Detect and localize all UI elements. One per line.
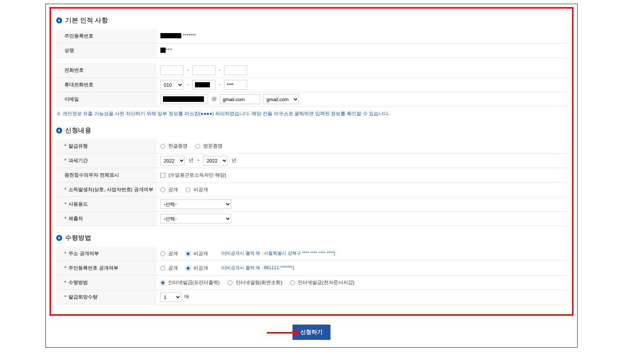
method-ewallet-label: 인터넷발급(전자문서지갑): [298, 280, 354, 285]
source-private-label: 비공개: [194, 187, 208, 192]
row-submitto: 제출처 -선택-: [56, 212, 567, 226]
row-source-disclosure: 소득발생처(상호, 사업자번호) 공개여부 공개 비공개: [56, 183, 567, 197]
row-tax-period: 과세기간 2022 년 ~ 2022 년: [56, 154, 567, 168]
row-rrn-disclosure: 주민등록번호 공개여부 공개 비공개 ※(비공개시 출력 예 : 881111-…: [56, 261, 567, 276]
phone-part2[interactable]: [192, 65, 215, 75]
phone-part3[interactable]: [224, 65, 247, 75]
tax-to-select[interactable]: 2022: [203, 156, 228, 165]
section-receipt-head: 수령방법: [56, 233, 567, 242]
rrn-help: ※(비공개시 출력 예 : 881111-*******): [221, 265, 294, 270]
row-email: 이메일 @ gmail.com: [56, 92, 567, 107]
row-mobile: 휴대전화번호 010 - - ••••: [56, 78, 567, 92]
radio-icon: [160, 144, 165, 149]
section-basic-title: 기본 인적 사항: [65, 16, 108, 25]
radio-addr-private[interactable]: 비공개: [186, 251, 209, 256]
qty-unit: 매: [184, 294, 189, 299]
email-mask-icon: [163, 96, 204, 102]
rrn-suffix: -*******: [181, 33, 196, 38]
withholding-checkbox[interactable]: (※일용근로소득자만 해당): [160, 172, 226, 178]
rrn-mask-icon: [160, 33, 181, 38]
rrn-disc-label: 주민등록번호 공개여부: [64, 265, 118, 271]
email-domain-select[interactable]: gmail.com: [263, 94, 299, 104]
svg-marker-1: [293, 329, 300, 336]
radio-rrn-public[interactable]: 공개: [160, 265, 179, 271]
year-unit-2: 년: [231, 157, 236, 163]
highlight-box: 기본 인적 사항 주민등록번호 -******* 성명 ***: [49, 7, 574, 316]
mobile-last: ••••: [227, 81, 233, 87]
radio-icon: [195, 144, 200, 149]
phone-sep2: -: [219, 67, 220, 73]
email-id-input[interactable]: [160, 94, 208, 104]
masking-note: ※ 개인정보 유출 가능성을 사전 차단하기 위해 일부 정보를 마스킹(●●●…: [56, 110, 567, 117]
radio-method-printer[interactable]: 인터넷발급(프린터출력): [160, 280, 221, 285]
mobile-last-input[interactable]: ••••: [224, 80, 247, 90]
row-issue-type: 발급유형 한글증명 영문증명: [56, 139, 567, 154]
radio-rrn-private[interactable]: 비공개: [186, 265, 209, 271]
content-table: 발급유형 한글증명 영문증명 과세기간 2022: [56, 139, 567, 226]
radio-icon: [160, 280, 165, 285]
arrow-icon: [267, 329, 300, 335]
row-method: 수령방법 인터넷발급(프린터출력) 인터넷열람(화면조회) 인터넷발급(전자문서…: [56, 276, 567, 290]
row-addr-disclosure: 주소 공개여부 공개 비공개 ※(비공개시 출력 예 : 서울특별시 강북구 *…: [56, 247, 567, 261]
row-rrn: 주민등록번호 -*******: [56, 29, 567, 44]
mobile-prefix-select[interactable]: 010: [160, 80, 183, 90]
section-content-head: 신청내용: [56, 126, 567, 135]
name-value[interactable]: ***: [157, 44, 567, 58]
addr-help: ※(비공개시 출력 예 : 서울특별시 강북구 **** **** **** *…: [221, 251, 335, 256]
radio-icon: [186, 266, 191, 271]
phone-label: 전화번호: [56, 63, 157, 78]
submitto-select[interactable]: -선택-: [160, 214, 231, 223]
radio-method-view[interactable]: 인터넷열람(화면조회): [228, 280, 284, 285]
row-phone: 전화번호 - -: [56, 63, 567, 78]
radio-english-cert[interactable]: 영문증명: [195, 143, 223, 149]
phone-part1[interactable]: [160, 65, 183, 75]
tax-period-label: 과세기간: [64, 158, 88, 163]
radio-icon: [186, 187, 191, 192]
email-domain-input[interactable]: [220, 94, 260, 104]
rrn-label: 주민등록번호: [56, 29, 157, 44]
rrn-value[interactable]: -*******: [157, 29, 567, 44]
mobile-mid-input[interactable]: [192, 80, 215, 90]
rrn-public-label: 공개: [168, 265, 178, 271]
method-label: 수령방법: [64, 280, 88, 285]
method-printer-label: 인터넷발급(프린터출력): [168, 280, 220, 285]
basic-info-table: 주민등록번호 -******* 성명 ***: [56, 29, 567, 58]
phone-sep1: -: [187, 67, 189, 73]
radio-source-public[interactable]: 공개: [160, 187, 179, 192]
qty-label: 발급희망수량: [64, 294, 98, 300]
row-withholding: 원천징수의무자 전체표시 (※일용근로소득자만 해당): [56, 168, 567, 183]
year-unit-1: 년: [189, 157, 194, 163]
addr-public-label: 공개: [168, 251, 178, 256]
section-bullet-icon: [56, 235, 62, 241]
row-purpose: 사용용도 -선택-: [56, 197, 567, 212]
purpose-label: 사용용도: [64, 201, 88, 207]
checkbox-icon: [160, 173, 165, 178]
radio-addr-public[interactable]: 공개: [160, 251, 179, 256]
tax-from-select[interactable]: 2022: [160, 156, 185, 165]
name-suffix: ***: [166, 47, 172, 53]
addr-private-label: 비공개: [194, 251, 208, 256]
radio-method-ewallet[interactable]: 인터넷발급(전자문서지갑): [290, 280, 354, 285]
mobile-sep2: -: [219, 81, 220, 87]
row-name: 성명 ***: [56, 44, 567, 58]
section-bullet-icon: [56, 128, 62, 133]
submit-area: 신청하기: [49, 325, 574, 340]
tilde: ~: [197, 157, 200, 163]
method-view-label: 인터넷열람(화면조회): [236, 280, 282, 285]
email-label: 이메일: [56, 92, 157, 107]
radio-icon: [160, 266, 165, 271]
source-label: 소득발생처(상호, 사업자번호) 공개여부: [64, 187, 153, 192]
outer-frame: 기본 인적 사항 주민등록번호 -******* 성명 ***: [45, 4, 578, 348]
email-at: @: [212, 96, 217, 102]
radio-source-private[interactable]: 비공개: [186, 187, 208, 192]
radio-icon: [160, 187, 165, 192]
receipt-table: 주소 공개여부 공개 비공개 ※(비공개시 출력 예 : 서울특별시 강북구 *…: [56, 247, 567, 305]
rrn-private-label: 비공개: [194, 265, 208, 271]
contact-table: 전화번호 - - 휴대전화번호 010 -: [56, 63, 567, 107]
radio-korean-cert[interactable]: 한글증명: [160, 143, 189, 149]
mobile-sep1: -: [187, 81, 189, 87]
withholding-note: (※일용근로소득자만 해당): [169, 172, 226, 178]
qty-select[interactable]: 1: [160, 292, 181, 302]
mobile-mask-icon: [195, 82, 210, 87]
purpose-select[interactable]: -선택-: [160, 199, 231, 209]
